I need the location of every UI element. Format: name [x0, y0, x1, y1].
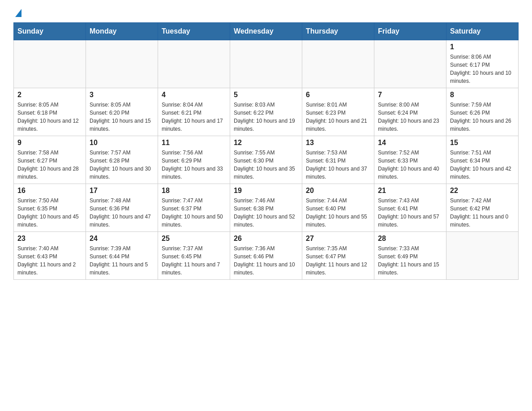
calendar-cell	[302, 40, 374, 88]
day-info: Sunrise: 7:33 AMSunset: 6:49 PMDaylight:…	[378, 244, 442, 277]
header-monday: Monday	[86, 23, 158, 40]
day-info: Sunrise: 7:47 AMSunset: 6:37 PMDaylight:…	[162, 197, 226, 229]
day-info: Sunrise: 7:50 AMSunset: 6:35 PMDaylight:…	[17, 197, 82, 229]
header-sunday: Sunday	[14, 23, 86, 40]
calendar-cell: 4Sunrise: 8:04 AMSunset: 6:21 PMDaylight…	[158, 88, 230, 136]
calendar-cell	[158, 40, 230, 88]
calendar-week-2: 2Sunrise: 8:05 AMSunset: 6:18 PMDaylight…	[14, 88, 519, 136]
day-info: Sunrise: 8:06 AMSunset: 6:17 PMDaylight:…	[450, 53, 515, 85]
logo-triangle-icon	[15, 9, 21, 17]
day-number: 23	[17, 235, 82, 243]
calendar-cell: 10Sunrise: 7:57 AMSunset: 6:28 PMDayligh…	[86, 136, 158, 184]
day-number: 1	[450, 43, 515, 51]
day-number: 19	[234, 187, 298, 195]
day-number: 5	[234, 91, 298, 99]
day-info: Sunrise: 8:00 AMSunset: 6:24 PMDaylight:…	[378, 101, 442, 133]
calendar-cell: 18Sunrise: 7:47 AMSunset: 6:37 PMDayligh…	[158, 184, 230, 232]
calendar-cell	[230, 40, 302, 88]
day-number: 8	[450, 91, 515, 99]
calendar-week-1: 1Sunrise: 8:06 AMSunset: 6:17 PMDaylight…	[14, 40, 519, 88]
day-number: 20	[306, 187, 370, 195]
calendar-header-row: SundayMondayTuesdayWednesdayThursdayFrid…	[14, 23, 519, 40]
calendar-cell	[14, 40, 86, 88]
day-info: Sunrise: 7:55 AMSunset: 6:30 PMDaylight:…	[234, 149, 298, 181]
calendar-cell: 27Sunrise: 7:35 AMSunset: 6:47 PMDayligh…	[302, 232, 374, 280]
calendar-cell: 26Sunrise: 7:36 AMSunset: 6:46 PMDayligh…	[230, 232, 302, 280]
day-info: Sunrise: 7:46 AMSunset: 6:38 PMDaylight:…	[234, 197, 298, 229]
calendar-cell: 21Sunrise: 7:43 AMSunset: 6:41 PMDayligh…	[374, 184, 446, 232]
calendar-cell: 11Sunrise: 7:56 AMSunset: 6:29 PMDayligh…	[158, 136, 230, 184]
calendar-cell: 1Sunrise: 8:06 AMSunset: 6:17 PMDaylight…	[446, 40, 519, 88]
day-info: Sunrise: 7:48 AMSunset: 6:36 PMDaylight:…	[90, 197, 154, 229]
calendar-cell: 16Sunrise: 7:50 AMSunset: 6:35 PMDayligh…	[14, 184, 86, 232]
day-info: Sunrise: 8:04 AMSunset: 6:21 PMDaylight:…	[162, 101, 226, 133]
day-info: Sunrise: 7:58 AMSunset: 6:27 PMDaylight:…	[17, 149, 82, 181]
calendar-cell: 13Sunrise: 7:53 AMSunset: 6:31 PMDayligh…	[302, 136, 374, 184]
day-number: 26	[234, 235, 298, 243]
calendar-cell: 25Sunrise: 7:37 AMSunset: 6:45 PMDayligh…	[158, 232, 230, 280]
calendar-cell: 24Sunrise: 7:39 AMSunset: 6:44 PMDayligh…	[86, 232, 158, 280]
calendar-cell: 15Sunrise: 7:51 AMSunset: 6:34 PMDayligh…	[446, 136, 519, 184]
day-number: 28	[378, 235, 442, 243]
calendar-cell	[446, 232, 519, 280]
day-info: Sunrise: 7:37 AMSunset: 6:45 PMDaylight:…	[162, 244, 226, 277]
calendar-cell: 22Sunrise: 7:42 AMSunset: 6:42 PMDayligh…	[446, 184, 519, 232]
calendar-cell: 7Sunrise: 8:00 AMSunset: 6:24 PMDaylight…	[374, 88, 446, 136]
day-number: 3	[90, 91, 154, 99]
day-info: Sunrise: 7:35 AMSunset: 6:47 PMDaylight:…	[306, 244, 370, 277]
header-saturday: Saturday	[446, 23, 519, 40]
day-info: Sunrise: 7:42 AMSunset: 6:42 PMDaylight:…	[450, 197, 515, 229]
calendar-cell: 8Sunrise: 7:59 AMSunset: 6:26 PMDaylight…	[446, 88, 519, 136]
day-number: 12	[234, 139, 298, 147]
header-tuesday: Tuesday	[158, 23, 230, 40]
day-number: 7	[378, 91, 442, 99]
calendar-cell: 5Sunrise: 8:03 AMSunset: 6:22 PMDaylight…	[230, 88, 302, 136]
day-info: Sunrise: 7:57 AMSunset: 6:28 PMDaylight:…	[90, 149, 154, 181]
day-info: Sunrise: 7:40 AMSunset: 6:43 PMDaylight:…	[17, 244, 82, 277]
calendar-cell: 28Sunrise: 7:33 AMSunset: 6:49 PMDayligh…	[374, 232, 446, 280]
day-number: 11	[162, 139, 226, 147]
header-thursday: Thursday	[302, 23, 374, 40]
day-info: Sunrise: 7:36 AMSunset: 6:46 PMDaylight:…	[234, 244, 298, 277]
calendar-cell: 3Sunrise: 8:05 AMSunset: 6:20 PMDaylight…	[86, 88, 158, 136]
header-wednesday: Wednesday	[230, 23, 302, 40]
calendar-cell: 19Sunrise: 7:46 AMSunset: 6:38 PMDayligh…	[230, 184, 302, 232]
calendar-cell: 14Sunrise: 7:52 AMSunset: 6:33 PMDayligh…	[374, 136, 446, 184]
day-info: Sunrise: 8:03 AMSunset: 6:22 PMDaylight:…	[234, 101, 298, 133]
day-number: 2	[17, 91, 82, 99]
calendar-cell: 23Sunrise: 7:40 AMSunset: 6:43 PMDayligh…	[14, 232, 86, 280]
calendar-cell	[86, 40, 158, 88]
calendar-cell: 12Sunrise: 7:55 AMSunset: 6:30 PMDayligh…	[230, 136, 302, 184]
day-info: Sunrise: 7:52 AMSunset: 6:33 PMDaylight:…	[378, 149, 442, 181]
calendar-cell: 6Sunrise: 8:01 AMSunset: 6:23 PMDaylight…	[302, 88, 374, 136]
day-info: Sunrise: 8:05 AMSunset: 6:20 PMDaylight:…	[90, 101, 154, 133]
day-number: 24	[90, 235, 154, 243]
day-info: Sunrise: 7:43 AMSunset: 6:41 PMDaylight:…	[378, 197, 442, 229]
calendar-cell: 2Sunrise: 8:05 AMSunset: 6:18 PMDaylight…	[14, 88, 86, 136]
day-info: Sunrise: 8:05 AMSunset: 6:18 PMDaylight:…	[17, 101, 82, 133]
header-friday: Friday	[374, 23, 446, 40]
calendar-week-4: 16Sunrise: 7:50 AMSunset: 6:35 PMDayligh…	[14, 184, 519, 232]
calendar-cell: 9Sunrise: 7:58 AMSunset: 6:27 PMDaylight…	[14, 136, 86, 184]
day-number: 13	[306, 139, 370, 147]
day-number: 17	[90, 187, 154, 195]
logo	[13, 9, 21, 18]
day-number: 9	[17, 139, 82, 147]
day-info: Sunrise: 8:01 AMSunset: 6:23 PMDaylight:…	[306, 101, 370, 133]
day-number: 22	[450, 187, 515, 195]
day-number: 18	[162, 187, 226, 195]
day-number: 16	[17, 187, 82, 195]
day-number: 21	[378, 187, 442, 195]
day-number: 15	[450, 139, 515, 147]
day-info: Sunrise: 7:51 AMSunset: 6:34 PMDaylight:…	[450, 149, 515, 181]
page-header	[13, 9, 519, 18]
calendar-cell: 20Sunrise: 7:44 AMSunset: 6:40 PMDayligh…	[302, 184, 374, 232]
day-info: Sunrise: 7:56 AMSunset: 6:29 PMDaylight:…	[162, 149, 226, 181]
calendar-cell	[374, 40, 446, 88]
day-info: Sunrise: 7:59 AMSunset: 6:26 PMDaylight:…	[450, 101, 515, 133]
day-number: 14	[378, 139, 442, 147]
day-info: Sunrise: 7:39 AMSunset: 6:44 PMDaylight:…	[90, 244, 154, 277]
day-info: Sunrise: 7:53 AMSunset: 6:31 PMDaylight:…	[306, 149, 370, 181]
day-number: 10	[90, 139, 154, 147]
day-number: 4	[162, 91, 226, 99]
